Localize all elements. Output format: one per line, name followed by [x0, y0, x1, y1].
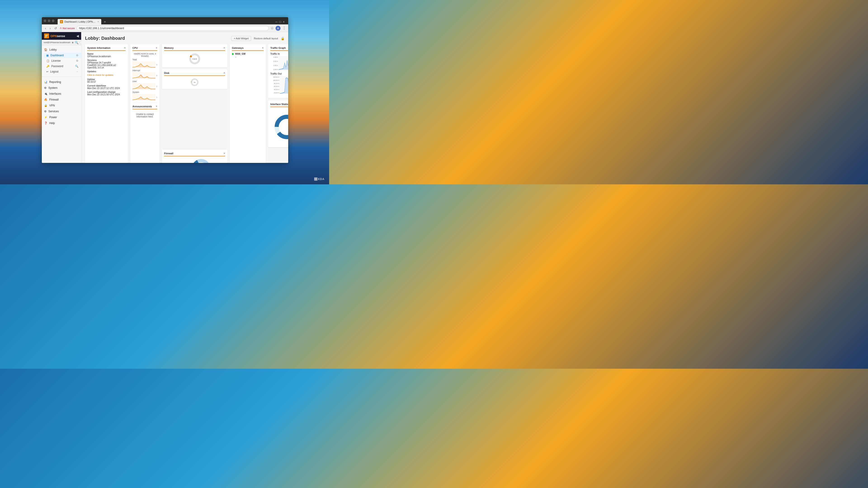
cpu-system-section: System 1 [132, 91, 157, 101]
reload-button[interactable]: ↺ [53, 26, 58, 31]
minimize-btn[interactable] [43, 20, 46, 22]
sidebar-lobby-children: ▦ Dashboard ⚙ 📋 License ⚙ 🔑 Password 🔍 [42, 53, 81, 74]
maximize-window-icon[interactable]: □ [279, 20, 281, 24]
sidebar-item-firewall[interactable]: 🔥 Firewall [42, 97, 81, 103]
sidebar-item-power[interactable]: ⚡ Power [42, 114, 81, 120]
sys-info-versions-row: Versions OPNsense 24.7-amd64 FreeBSD 14.… [87, 59, 126, 69]
search-icon[interactable]: 🔍 [75, 41, 79, 44]
interfaces-icon: 🔌 [44, 92, 48, 95]
sidebar-item-logout[interactable]: ↩ Logout → [43, 69, 81, 74]
sys-info-lastconfig-row: Last configuration change Mon Dec 23 19:… [87, 91, 126, 96]
system-info-close-icon[interactable]: × [124, 46, 126, 50]
search-input[interactable] [80, 41, 81, 44]
account-icon[interactable]: A [276, 26, 281, 31]
license-action-icon: ⚙ [76, 59, 79, 62]
cpu-title: CPU × [132, 46, 157, 51]
back-button[interactable]: ‹ [44, 26, 47, 31]
sys-info-uptime-label: Uptime [87, 78, 126, 80]
firewall-close-icon[interactable]: × [223, 152, 225, 155]
main-content: Lobby: Dashboard + Add Widget Restore de… [81, 32, 288, 163]
add-widget-button[interactable]: + Add Widget [231, 36, 251, 41]
gateways-title: Gateways × [232, 46, 264, 51]
sidebar-collapse-button[interactable]: ◀ [76, 34, 79, 38]
vpn-icon: 🔒 [44, 104, 48, 107]
cpu-widget: CPU × Intel(R) N100 (4 cores, 4 threads)… [130, 44, 160, 163]
memory-widget: Memory × 5.81% [162, 44, 227, 67]
license-icon: 📋 [46, 59, 50, 62]
disk-close-icon[interactable]: × [223, 71, 225, 74]
memory-title: Memory × [164, 46, 225, 51]
close-window-icon[interactable]: × [283, 20, 285, 24]
sidebar: OPNsense ◀ root@OPNsense.localdomain 🔍 🏠… [42, 32, 81, 163]
app-container: OPNsense ◀ root@OPNsense.localdomain 🔍 🏠… [42, 32, 288, 163]
svg-point-11 [281, 121, 288, 133]
disk-donut-chart: 1% [190, 78, 199, 87]
traffic-graph-title: Traffic Graph ✏ × [270, 46, 288, 51]
sidebar-item-password[interactable]: 🔑 Password 🔍 [43, 64, 81, 69]
new-tab-button[interactable]: + [102, 19, 107, 24]
restore-layout-button[interactable]: Restore default layout [254, 37, 278, 40]
star-icon[interactable]: ☆ [271, 26, 274, 30]
sidebar-password-label: Password [51, 65, 63, 68]
topbar: root@OPNsense.localdomain 🔍 [42, 40, 81, 45]
reporting-label: Reporting [49, 80, 61, 84]
url-input[interactable] [76, 26, 269, 31]
sidebar-divider-1 [42, 76, 81, 77]
cpu-system-graph-row: 1 [132, 94, 157, 101]
sidebar-item-system[interactable]: ⚙ System [42, 85, 81, 91]
page-header: Lobby: Dashboard + Add Widget Restore de… [85, 36, 285, 41]
traffic-in-label: Traffic In [270, 53, 288, 55]
svg-rect-1 [45, 36, 47, 36]
traffic-in-svg [278, 56, 288, 71]
gateways-widget: Gateways × WAN_GW ~ [230, 44, 266, 163]
gateways-close-icon[interactable]: × [262, 46, 264, 50]
cpu-user-max: 2 [156, 86, 157, 88]
menu-icon[interactable]: ⋮ [282, 26, 286, 30]
firewall-icon: 🔥 [44, 98, 48, 101]
sys-info-updates-link[interactable]: Click to check for updates. [87, 74, 114, 76]
minimize-window-icon[interactable]: ─ [275, 20, 277, 24]
announcements-close-icon[interactable]: × [156, 105, 157, 108]
not-secure-label: Not secure [63, 27, 74, 30]
sidebar-item-help[interactable]: ❓ Help [42, 120, 81, 126]
cpu-close-icon[interactable]: × [156, 46, 157, 50]
memory-close-icon[interactable]: × [223, 46, 225, 50]
logo-opn: OPN [51, 34, 57, 38]
sidebar-item-interfaces[interactable]: 🔌 Interfaces [42, 91, 81, 97]
sidebar-item-services[interactable]: ⚙ Services [42, 108, 81, 114]
memory-donut-chart: 5.81% [188, 53, 201, 65]
traffic-out-svg [280, 76, 288, 94]
sidebar-item-reporting[interactable]: 📊 Reporting [42, 79, 81, 85]
close-btn[interactable] [52, 20, 55, 22]
browser-window: O Dashboard | Lobby | OPNsense × + ─ □ ×… [42, 17, 288, 163]
lock-icon[interactable]: 🔒 [281, 37, 285, 40]
active-tab[interactable]: O Dashboard | Lobby | OPNsense × [58, 19, 101, 24]
traffic-interface-column: Traffic Graph ✏ × Traffic In 8.00 K [268, 44, 288, 147]
dashboard-action-icon: ⚙ [76, 54, 79, 57]
sys-info-uptime-value: 00:15:57 [87, 80, 126, 83]
cpu-interrupt-chart [132, 72, 156, 79]
interface-statistics-widget: Interface Statistics × [268, 100, 288, 147]
lobby-icon: 🏠 [44, 48, 48, 51]
traffic-out-graph: 120.00 K 100.00 K 80.00 K 60.00 K 40.00 … [270, 76, 288, 94]
sidebar-item-license[interactable]: 📋 License ⚙ [43, 58, 81, 64]
sidebar-item-vpn[interactable]: 🔒 VPN [42, 103, 81, 108]
title-bar: O Dashboard | Lobby | OPNsense × + ─ □ × [42, 17, 288, 24]
address-bar: ‹ › ↺ ⚠ Not secure ☆ A ⋮ [42, 24, 288, 32]
sidebar-logout-label: Logout [50, 70, 59, 73]
sys-info-datetime-value: Mon Dec 23 19:27:12 UTC 2024 [87, 87, 126, 90]
dashboard-icon: ▦ [46, 54, 49, 57]
maximize-btn[interactable] [48, 20, 51, 22]
password-icon: 🔑 [46, 65, 50, 68]
sidebar-license-label: License [51, 59, 61, 62]
tab-close-icon[interactable]: × [97, 20, 99, 23]
sys-info-updates-label: Updates [87, 70, 126, 73]
interfaces-label: Interfaces [49, 92, 61, 95]
logout-icon: ↩ [46, 70, 49, 73]
sidebar-header: OPNsense ◀ [42, 32, 81, 40]
traffic-graph-widget: Traffic Graph ✏ × Traffic In 8.00 K [268, 44, 288, 98]
firewall-content: let out anything from f anti-lockout rul… [164, 158, 225, 163]
sidebar-lobby-header[interactable]: 🏠 Lobby [42, 47, 81, 53]
forward-button[interactable]: › [49, 26, 52, 31]
sidebar-item-dashboard[interactable]: ▦ Dashboard ⚙ [43, 53, 81, 58]
